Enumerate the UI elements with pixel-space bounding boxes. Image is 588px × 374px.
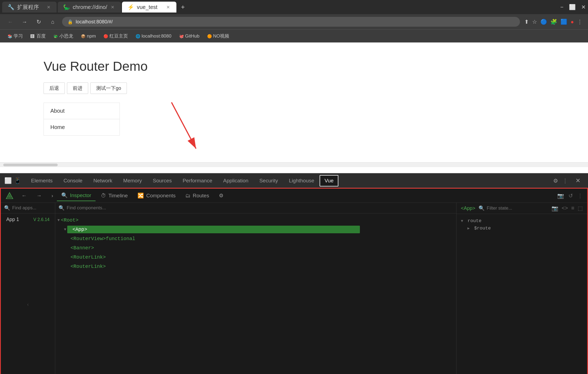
state-sroute-item[interactable]: ▶ $route — [461, 225, 583, 232]
routerlink-1-tag[interactable]: <RouterLink> — [71, 253, 106, 261]
routerlink-2-tag[interactable]: <RouterLink> — [71, 263, 106, 270]
devtools-inspect-icon[interactable]: ⬜ — [4, 177, 12, 184]
devtools-tab-memory[interactable]: Memory — [118, 174, 148, 187]
devtools-tab-performance[interactable]: Performance — [177, 174, 218, 187]
state-header: <App> 🔍 📷 <> ≡ ⬚ — [457, 203, 587, 214]
tab-title-2: chrome://dino/ — [73, 4, 107, 10]
tree-row-root[interactable]: ▼ <Root> — [57, 216, 454, 225]
state-screenshot-icon[interactable]: 📷 — [552, 205, 558, 211]
devtools-device-icon[interactable]: 📱 — [14, 177, 21, 184]
bookmark-dino[interactable]: 🐲 小恐龙 — [50, 31, 76, 41]
extension-icon-1[interactable]: 🔵 — [540, 19, 547, 25]
forward-page-button[interactable]: 前进 — [67, 82, 88, 94]
state-panel: <App> 🔍 📷 <> ≡ ⬚ ▼ route — [457, 203, 587, 374]
devtools-tab-elements[interactable]: Elements — [26, 174, 58, 187]
menu-icon[interactable]: ⋮ — [577, 19, 583, 25]
vue-tab-inspector[interactable]: 🔍 Inspector — [57, 190, 96, 201]
minimize-icon[interactable]: − — [560, 4, 564, 10]
refresh-button[interactable]: ↻ — [34, 17, 44, 27]
vue-tab-components[interactable]: 🔀 Components — [133, 190, 180, 201]
vue-tab-routes[interactable]: 🗂 Routes — [181, 191, 213, 201]
tab-close-1[interactable]: ✕ — [46, 4, 51, 10]
tab-close-2[interactable]: ✕ — [110, 4, 115, 10]
bookmark-favicon-2: 🅱 — [30, 34, 35, 38]
functional-badge: functional — [106, 235, 135, 243]
extension-icon-3[interactable]: 🟦 — [561, 19, 567, 25]
banner-tag[interactable]: <Banner> — [71, 244, 94, 252]
bookmark-favicon-1: 📚 — [8, 34, 12, 38]
vue-logo-icon — [5, 191, 14, 200]
tab-close-3[interactable]: ✕ — [166, 4, 171, 10]
find-apps-search-icon: 🔍 — [4, 205, 10, 211]
sroute-key-label: $route — [474, 226, 491, 231]
tree-row-routerlink-1[interactable]: <RouterLink> — [57, 253, 454, 262]
nav-link-home[interactable]: Home — [44, 119, 120, 135]
tab-extensions[interactable]: 🔧 扩展程序 ✕ — [2, 2, 57, 13]
bookmark-baidu[interactable]: 🅱 百度 — [27, 31, 49, 41]
record-icon[interactable]: ● — [571, 19, 574, 25]
tree-row-app[interactable]: ▼ <App> — [57, 225, 454, 234]
devtools-tab-vue[interactable]: Vue — [320, 175, 338, 186]
devtools-settings-icon[interactable]: ⚙ — [553, 177, 558, 184]
routerview-tag[interactable]: <RouterView> — [71, 235, 106, 243]
goto-button[interactable]: 测试一下go — [90, 82, 127, 94]
url-text: localhost:8080/#/ — [76, 19, 113, 25]
vue-back-button[interactable]: ← — [17, 191, 31, 201]
component-list: ▼ <Root> ▼ <App> — [55, 213, 456, 374]
back-page-button[interactable]: 后退 — [44, 82, 65, 94]
bookmark-novideo[interactable]: 🟠 NO视频 — [204, 31, 233, 41]
vue-more-icon[interactable]: ⋮ — [577, 192, 583, 199]
bookmark-icon[interactable]: ☆ — [532, 19, 537, 25]
state-app-name: <App> — [461, 206, 475, 211]
vue-forward-button[interactable]: → — [32, 191, 46, 201]
state-open-icon[interactable]: ⬚ — [578, 205, 583, 211]
state-filter-search: 🔍 — [479, 205, 548, 211]
bookmark-localhost[interactable]: 🌐 localhost:8080 — [132, 32, 175, 41]
state-filter-input[interactable] — [487, 206, 548, 211]
root-tag[interactable]: <Root> — [61, 216, 78, 224]
scrollbar-thumb[interactable] — [3, 164, 58, 166]
bookmark-study[interactable]: 📚 学习 — [4, 31, 26, 41]
vue-tab-timeline[interactable]: ⏱ Timeline — [97, 191, 132, 201]
page-title: Vue Router Demo — [44, 59, 544, 74]
state-code-icon[interactable]: <> — [562, 205, 568, 211]
back-button[interactable]: ← — [5, 17, 15, 27]
devtools-more-icon[interactable]: ⋮ — [562, 177, 568, 184]
vue-refresh-icon[interactable]: ↺ — [568, 192, 573, 199]
tab-add-button[interactable]: + — [177, 2, 188, 13]
bookmark-hongdou[interactable]: 🔴 红豆主页 — [100, 31, 131, 41]
devtools-tab-lighthouse[interactable]: Lighthouse — [283, 174, 320, 187]
devtools-close-button[interactable]: ✕ — [572, 177, 584, 184]
state-list-icon[interactable]: ≡ — [571, 205, 574, 211]
vue-tab-settings[interactable]: ⚙ — [215, 190, 228, 201]
bookmark-github[interactable]: 🐙 GitHub — [176, 32, 203, 41]
extension-icon-2[interactable]: 🧩 — [550, 19, 557, 25]
devtools-tab-sources[interactable]: Sources — [147, 174, 177, 187]
tab-controls: − ⬜ ✕ — [560, 4, 586, 10]
app-1-item[interactable]: App 1 V 2.6.14 — [1, 213, 55, 226]
vue-screenshot-icon[interactable]: 📷 — [557, 192, 564, 199]
close-icon[interactable]: ✕ — [581, 4, 586, 10]
home-button[interactable]: ⌂ — [48, 17, 58, 27]
collapse-handle[interactable]: ‹ — [1, 226, 55, 374]
nav-link-about[interactable]: About — [44, 103, 120, 119]
share-icon[interactable]: ⬆ — [524, 19, 529, 25]
tree-row-routerview[interactable]: <RouterView> functional — [57, 234, 454, 243]
maximize-icon[interactable]: ⬜ — [569, 4, 576, 10]
tree-row-routerlink-2[interactable]: <RouterLink> — [57, 262, 454, 271]
bookmark-npm[interactable]: 📦 npm — [78, 32, 99, 41]
url-bar[interactable]: 🔒 localhost:8080/#/ — [62, 17, 520, 27]
tab-dino[interactable]: 🦕 chrome://dino/ ✕ — [58, 2, 121, 13]
devtools-tab-network[interactable]: Network — [88, 174, 118, 187]
devtools-tab-security[interactable]: Security — [254, 174, 284, 187]
devtools-tab-bar: ⬜ 📱 Elements Console Network Memory Sour… — [0, 174, 588, 188]
devtools-tab-console[interactable]: Console — [58, 174, 88, 187]
tab-vue-test[interactable]: ⚡ vue_test ✕ — [122, 2, 176, 13]
tree-row-banner[interactable]: <Banner> — [57, 243, 454, 253]
app-tag[interactable]: <App> — [67, 226, 360, 233]
find-components-input[interactable] — [67, 205, 453, 211]
devtools-tab-application[interactable]: Application — [218, 174, 254, 187]
state-route-item[interactable]: ▼ route — [461, 217, 583, 225]
forward-button[interactable]: → — [20, 17, 29, 27]
state-search-icon: 🔍 — [479, 205, 485, 211]
